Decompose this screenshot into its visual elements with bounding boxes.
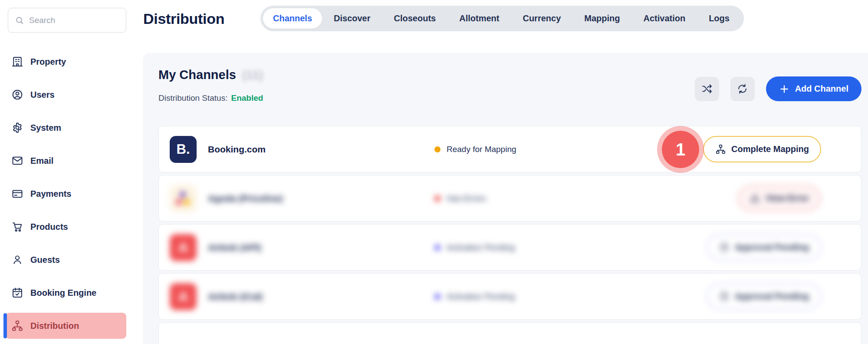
row-menu-button[interactable]	[838, 193, 848, 204]
annotation-step-badge: 1	[662, 131, 699, 168]
sitemap-icon	[715, 144, 726, 155]
add-channel-button[interactable]: Add Channel	[766, 76, 861, 101]
channel-action-button[interactable]: Approval Pending	[707, 283, 821, 310]
sidebar-item-booking-engine[interactable]: Booking Engine	[6, 280, 126, 306]
sidebar-item-guests[interactable]: Guests	[6, 247, 126, 273]
gear-icon	[11, 122, 23, 134]
status-value: Enabled	[231, 93, 263, 103]
channel-action-label: Approval Pending	[735, 242, 809, 252]
channel-row-content: A Airbnb (API) Activation Pending Approv…	[159, 225, 861, 270]
row-menu-button[interactable]	[838, 144, 848, 155]
channel-count: (11)	[242, 68, 263, 82]
channel-row-airbnb-api: A Airbnb (API) Activation Pending Approv…	[158, 224, 861, 271]
channel-status-group: Ready for Mapping	[434, 126, 516, 172]
channel-row-actions: Approval Pending	[707, 274, 848, 319]
dots-vertical-icon	[838, 242, 848, 253]
channel-logo-text: B.	[177, 142, 190, 157]
channel-status-group: Activation Pending	[434, 225, 515, 270]
sidebar-item-label: Guests	[30, 255, 60, 265]
sidebar-item-label: Booking Engine	[30, 288, 96, 298]
tab-activation[interactable]: Activation	[631, 8, 697, 29]
search-box[interactable]	[8, 8, 126, 33]
toolbar: Add Channel	[695, 76, 861, 101]
channel-row-actions: View Error	[737, 175, 848, 221]
clock-icon	[719, 291, 730, 302]
sidebar-item-property[interactable]: Property	[6, 49, 126, 75]
channel-action-label: View Error	[766, 193, 809, 203]
sidebar-item-label: Email	[30, 156, 53, 166]
tab-currency[interactable]: Currency	[511, 8, 572, 29]
channel-logo	[170, 185, 197, 212]
channel-status-group: Has Errors	[434, 175, 486, 221]
sidebar: Property Users System Email Payments Pro…	[0, 0, 143, 344]
calendar-check-icon	[11, 287, 23, 299]
sidebar-item-label: System	[30, 123, 61, 133]
row-menu-button[interactable]	[838, 291, 848, 302]
page-title: Distribution	[143, 10, 224, 27]
channel-status: Activation Pending	[447, 243, 515, 252]
channel-logo: A	[170, 234, 197, 261]
channel-logo: B.	[170, 136, 197, 163]
channel-name: Airbnb (API)	[208, 225, 261, 270]
sidebar-item-products[interactable]: Products	[6, 214, 126, 240]
tab-closeouts[interactable]: Closeouts	[382, 8, 448, 29]
channel-status-group: Activation Pending	[434, 274, 515, 319]
section-heading: My Channels	[158, 68, 236, 82]
row-menu-button[interactable]	[838, 242, 848, 253]
channel-name: Booking.com	[208, 126, 266, 172]
search-input[interactable]	[29, 16, 119, 25]
tab-logs[interactable]: Logs	[697, 8, 741, 29]
sidebar-item-label: Distribution	[30, 321, 79, 331]
tab-mapping[interactable]: Mapping	[572, 8, 631, 29]
shuffle-button[interactable]	[695, 77, 719, 101]
channel-name: Agoda (Priceline)	[208, 175, 283, 221]
channel-name: Airbnb (iCal)	[208, 274, 263, 319]
sidebar-item-system[interactable]: System	[6, 115, 126, 141]
channel-logo-text: A	[178, 240, 188, 255]
topbar: Distribution ChannelsDiscoverCloseoutsAl…	[143, 0, 868, 53]
channel-status: Ready for Mapping	[447, 145, 516, 154]
sidebar-item-label: Products	[30, 222, 68, 232]
sidebar-item-label: Property	[30, 57, 66, 67]
search-icon	[15, 16, 24, 25]
channel-row-content: Agoda (Priceline) Has Errors View Error	[159, 175, 861, 221]
cart-icon	[11, 221, 23, 233]
sidebar-item-payments[interactable]: Payments	[6, 181, 126, 207]
sitemap-icon	[11, 320, 23, 332]
channel-status: Activation Pending	[447, 292, 515, 301]
status-label: Distribution Status:	[158, 93, 227, 103]
tab-channels[interactable]: Channels	[263, 8, 322, 29]
app-root: Property Users System Email Payments Pro…	[0, 0, 868, 344]
user-circle-icon	[11, 89, 23, 101]
dots-vertical-icon	[838, 193, 848, 204]
channel-row-partial	[158, 322, 861, 344]
channel-list: B. Booking.com Ready for Mapping Complet…	[158, 126, 861, 344]
channel-row-content: B. Booking.com Ready for Mapping Complet…	[159, 126, 861, 172]
channel-row-actions: Approval Pending	[707, 225, 848, 270]
channel-action-label: Approval Pending	[735, 291, 809, 301]
shuffle-icon	[701, 83, 713, 95]
channel-action-button[interactable]: View Error	[737, 185, 821, 212]
status-dot	[434, 245, 441, 251]
tab-bar: ChannelsDiscoverCloseoutsAllotmentCurren…	[260, 6, 744, 31]
channel-action-button[interactable]: Approval Pending	[707, 234, 821, 261]
channel-logo: A	[170, 283, 197, 310]
channel-row-content: A Airbnb (iCal) Activation Pending Appro…	[159, 274, 861, 319]
plus-icon	[779, 84, 789, 94]
refresh-icon	[736, 83, 748, 95]
person-icon	[11, 254, 23, 266]
tab-discover[interactable]: Discover	[322, 8, 382, 29]
heading-row: My Channels (11)	[158, 68, 263, 82]
refresh-button[interactable]	[730, 77, 755, 101]
clock-icon	[719, 242, 730, 253]
channel-action-button[interactable]: Complete Mapping	[703, 136, 821, 162]
sidebar-item-email[interactable]: Email	[6, 148, 126, 174]
sidebar-item-label: Users	[30, 90, 55, 100]
sidebar-item-users[interactable]: Users	[6, 82, 126, 108]
status-dot	[434, 146, 441, 152]
sidebar-item-label: Payments	[30, 189, 72, 199]
channel-row-actions: Complete Mapping	[703, 126, 848, 172]
tab-allotment[interactable]: Allotment	[447, 8, 511, 29]
channel-row-agoda-priceline: Agoda (Priceline) Has Errors View Error	[158, 175, 861, 222]
sidebar-item-distribution[interactable]: Distribution	[6, 313, 126, 339]
